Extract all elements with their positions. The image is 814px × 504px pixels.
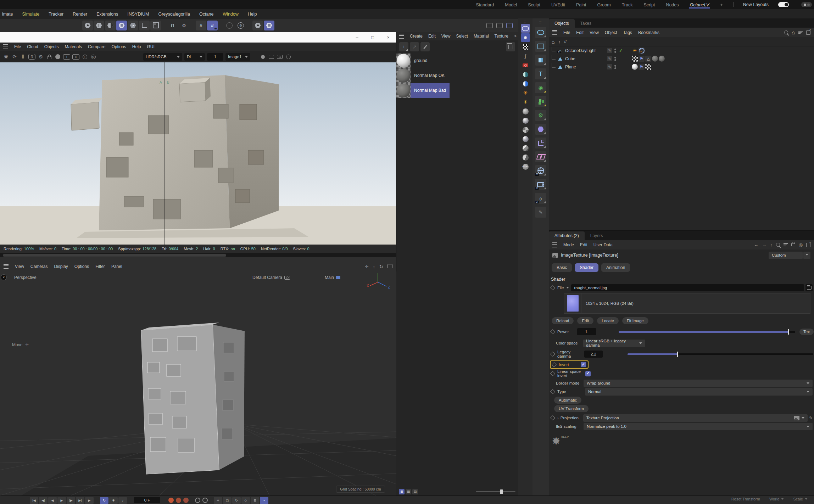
next-frame-icon[interactable]: |▶ <box>67 497 75 504</box>
prev-key-icon[interactable]: ◀| <box>39 497 48 504</box>
texture-tag-icon[interactable] <box>632 56 638 62</box>
specular-material-icon[interactable] <box>521 125 530 134</box>
octane-logo-icon[interactable]: ✸ <box>521 33 530 42</box>
mix-sphere-icon[interactable] <box>521 70 530 79</box>
goto-end-icon[interactable]: ▶ <box>85 497 94 504</box>
loop-icon[interactable]: ↻ <box>100 497 108 504</box>
globe-st-icon[interactable]: ST <box>535 165 546 176</box>
menu-item[interactable]: Bookmarks <box>638 30 659 35</box>
keyframe-options-icon[interactable] <box>202 498 208 503</box>
menu-item[interactable]: Cloud <box>27 44 38 49</box>
device-dropdown[interactable]: DL <box>184 53 205 61</box>
palette-handle[interactable]: ⋯⋯ <box>539 21 542 24</box>
texture-environment-icon[interactable] <box>521 43 530 51</box>
panel-tab[interactable]: Objects <box>549 19 575 28</box>
uv-transform-button[interactable]: UV Transform <box>554 405 589 412</box>
split-view-icon[interactable] <box>388 264 392 268</box>
back-icon[interactable]: ← <box>754 242 758 247</box>
stage-st-icon[interactable]: ST <box>535 179 546 190</box>
key-diamond-icon[interactable] <box>550 285 555 290</box>
frame-field[interactable]: 0 F <box>134 497 160 503</box>
record-pla-icon[interactable]: ⊞ <box>251 497 259 504</box>
light-st-icon[interactable]: ☼ST <box>535 193 546 204</box>
sun-tag-icon[interactable]: ☀ <box>632 47 638 54</box>
array-icon[interactable] <box>535 96 546 107</box>
up-icon[interactable]: ↑ <box>770 242 773 247</box>
material-thumbnail[interactable] <box>396 68 411 83</box>
menu-item[interactable]: Window <box>223 12 238 17</box>
solo-view-icon[interactable] <box>252 21 263 30</box>
key-diamond-icon[interactable] <box>550 371 555 376</box>
hamburger-icon[interactable] <box>399 34 404 39</box>
glossy-material-icon[interactable] <box>521 116 530 125</box>
delete-material-icon[interactable] <box>506 42 515 51</box>
portal-sphere-icon[interactable] <box>521 79 530 88</box>
menu-item[interactable]: File <box>14 44 21 49</box>
search-icon[interactable] <box>784 30 788 34</box>
layout-tab[interactable]: Standard <box>475 1 495 8</box>
material-tag-icon[interactable] <box>632 64 638 70</box>
menu-item[interactable]: Compare <box>88 44 105 49</box>
type-dropdown[interactable]: Normal <box>585 388 813 396</box>
expand-icon[interactable]: › <box>557 416 559 420</box>
image-button[interactable]: Reload <box>552 317 574 324</box>
browse-file-icon[interactable] <box>805 284 813 291</box>
layout-tab[interactable]: UVEdit <box>551 1 566 8</box>
hamburger-icon[interactable] <box>4 264 9 269</box>
rectangle-spline-icon[interactable] <box>535 41 546 52</box>
maximize-icon[interactable]: □ <box>365 35 380 40</box>
new-layouts-label[interactable]: New Layouts <box>743 2 769 7</box>
apply-material-icon[interactable]: ↗ <box>410 42 419 51</box>
material-thumbnail[interactable] <box>396 83 411 98</box>
edit-toggle-icon[interactable]: ✎ <box>607 48 612 53</box>
object-row-cube[interactable]: Cube ✎ ⚑ △ <box>549 55 814 63</box>
menu-item[interactable]: User Data <box>593 242 613 247</box>
menu-item[interactable]: Materials <box>65 44 82 49</box>
large-view-icon[interactable]: ▤ <box>412 489 418 494</box>
add-layout-tab[interactable]: + <box>719 1 723 8</box>
material-ball-icon[interactable] <box>55 54 61 59</box>
sun-icon[interactable]: ☀ <box>521 89 530 97</box>
phong-tag-icon[interactable]: ⚑ <box>639 56 645 62</box>
blend-material-icon[interactable]: BLEND <box>521 162 530 171</box>
record-key-icon[interactable] <box>168 498 174 503</box>
close-icon[interactable]: × <box>380 35 396 40</box>
panel-tab[interactable]: Attributes (2) <box>549 231 585 240</box>
node-editor-icon[interactable]: ∫ <box>521 52 530 60</box>
panel-tab[interactable]: Layers <box>585 231 609 240</box>
menu-item[interactable]: File <box>563 30 570 35</box>
add-material-button[interactable]: + <box>399 42 408 51</box>
menu-item[interactable]: Options <box>111 44 126 49</box>
material-name[interactable]: ground <box>411 53 431 68</box>
ies-scaling-dropdown[interactable]: Normalize peak to 1.0 <box>584 423 813 430</box>
material-item[interactable]: Normal Map Bad <box>396 83 518 98</box>
restart-render-icon[interactable]: ⟳ <box>11 54 18 60</box>
octane-help[interactable]: ✸ HELP <box>552 435 573 451</box>
record-position-icon[interactable]: ✛ <box>214 497 222 504</box>
daylight-icon[interactable]: ☀ <box>521 98 530 106</box>
invert-checkbox[interactable] <box>581 362 586 367</box>
pan-icon[interactable]: ✛ <box>365 264 369 269</box>
octane-logo-icon[interactable]: ✸ <box>3 54 9 60</box>
attribute-tab[interactable]: Shader <box>575 263 598 272</box>
toon-material-icon[interactable] <box>521 153 530 162</box>
snap-magnet-icon[interactable]: U <box>167 21 178 30</box>
menu-item[interactable]: imate <box>2 12 13 17</box>
cube-primitive-icon[interactable] <box>535 55 546 66</box>
layout-tab[interactable]: Model <box>504 1 518 8</box>
scale-dropdown[interactable]: Scale <box>793 497 808 501</box>
live-viewer-icon[interactable] <box>521 24 530 33</box>
menu-item[interactable]: Cameras <box>30 264 48 269</box>
object-name[interactable]: OctaneDayLight <box>565 48 607 53</box>
material-tag-icon[interactable] <box>652 56 658 62</box>
selection-tag-icon[interactable]: △ <box>645 56 651 62</box>
menu-item[interactable]: Objects <box>44 44 59 49</box>
layout-tab[interactable]: Nodes <box>665 1 679 8</box>
menu-item[interactable]: Render <box>73 12 87 17</box>
normal-map-thumbnail[interactable] <box>564 293 581 313</box>
render-settings-icon[interactable]: ⚙ <box>38 54 44 60</box>
grid-icon[interactable]: # <box>196 21 206 30</box>
record-parameter-icon[interactable]: ◇ <box>241 497 250 504</box>
menu-item[interactable]: Create <box>410 34 423 39</box>
menu-item[interactable]: Object <box>605 30 617 35</box>
